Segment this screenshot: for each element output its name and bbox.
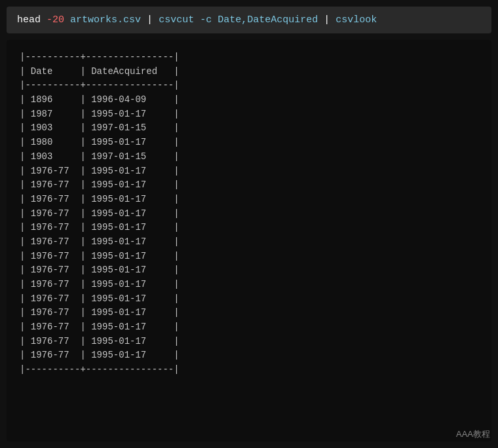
command-filename: artworks.csv	[70, 14, 141, 26]
command-bar: head -20 artworks.csv | csvcut -c Date,D…	[7, 7, 491, 33]
table-row: | 1976-77 | 1995-01-17 |	[20, 207, 478, 221]
table-row: | 1980 | 1995-01-17 |	[20, 136, 478, 150]
table-row: | 1896 | 1996-04-09 |	[20, 93, 478, 107]
table-row: | 1976-77 | 1995-01-17 |	[20, 178, 478, 193]
table-row: | 1976-77 | 1995-01-17 |	[20, 235, 478, 250]
command-csvcut: csvcut -c Date,DateAcquired	[159, 14, 318, 26]
table-rows: | 1896 | 1996-04-09 || 1987 | 1995-01-17…	[20, 93, 478, 363]
table-row: | 1976-77 | 1995-01-17 |	[20, 348, 478, 363]
table-row: | 1976-77 | 1995-01-17 |	[20, 263, 478, 278]
command-keyword: head	[17, 14, 41, 26]
table-row: | 1976-77 | 1995-01-17 |	[20, 250, 478, 264]
table-row: | 1987 | 1995-01-17 |	[20, 107, 478, 122]
table-row: | 1976-77 | 1995-01-17 |	[20, 292, 478, 307]
table-row: | 1976-77 | 1995-01-17 |	[20, 164, 478, 179]
watermark: AAA教程	[456, 428, 490, 440]
table-row: | 1903 | 1997-01-15 |	[20, 121, 478, 136]
separator-top: |----------+----------------|	[20, 50, 478, 65]
table-row: | 1903 | 1997-01-15 |	[20, 150, 478, 164]
table-row: | 1976-77 | 1995-01-17 |	[20, 278, 478, 292]
table-row: | 1976-77 | 1995-01-17 |	[20, 193, 478, 207]
command-pipe1: |	[147, 14, 159, 26]
table-row: | 1976-77 | 1995-01-17 |	[20, 221, 478, 235]
separator-header: |----------+----------------|	[20, 79, 478, 93]
table-row: | 1976-77 | 1995-01-17 |	[20, 320, 478, 335]
command-pipe2: |	[324, 14, 335, 26]
command-number: -20	[47, 14, 64, 26]
output-panel: |----------+----------------| | Date | D…	[7, 40, 491, 441]
terminal-container: head -20 artworks.csv | csvcut -c Date,D…	[0, 0, 498, 448]
table-row: | 1976-77 | 1995-01-17 |	[20, 306, 478, 320]
command-csvlook: csvlook	[335, 14, 377, 26]
table-header: | Date | DateAcquired |	[20, 65, 478, 79]
table-row: | 1976-77 | 1995-01-17 |	[20, 335, 478, 349]
separator-bottom: |----------+----------------|	[20, 363, 478, 377]
